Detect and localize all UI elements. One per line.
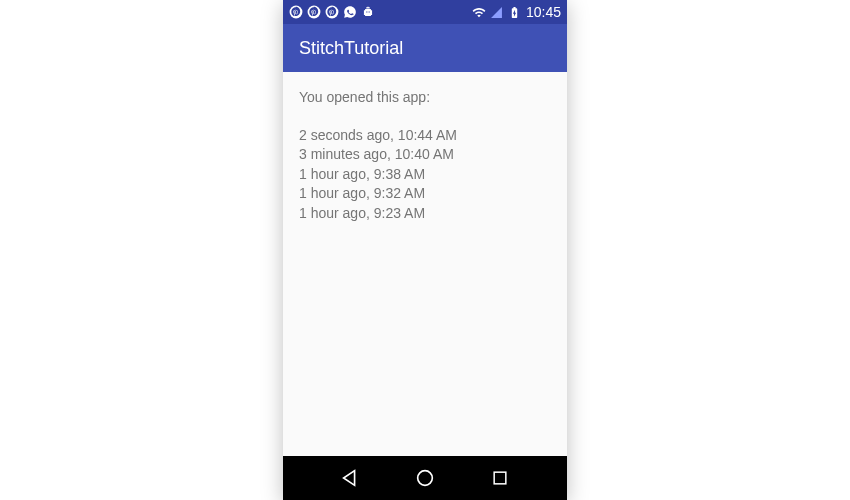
app-title: StitchTutorial: [299, 38, 403, 59]
status-time: 10:45: [526, 4, 561, 20]
log-item: 2 seconds ago, 10:44 AM: [299, 126, 551, 146]
log-item: 1 hour ago, 9:23 AM: [299, 204, 551, 224]
log-item: 1 hour ago, 9:38 AM: [299, 165, 551, 185]
status-bar-left: [289, 5, 375, 19]
svg-rect-4: [494, 472, 506, 484]
log-item: 3 minutes ago, 10:40 AM: [299, 145, 551, 165]
log-list: 2 seconds ago, 10:44 AM 3 minutes ago, 1…: [299, 126, 551, 224]
navigation-bar: [283, 456, 567, 500]
status-bar-right: 10:45: [472, 4, 561, 20]
svg-point-3: [418, 471, 433, 486]
device-frame: 10:45 StitchTutorial You opened this app…: [283, 0, 567, 500]
recent-apps-button[interactable]: [480, 458, 520, 498]
battery-charging-icon: [508, 5, 522, 19]
status-bar: 10:45: [283, 0, 567, 24]
content-heading: You opened this app:: [299, 88, 551, 108]
whatsapp-icon: [343, 5, 357, 19]
home-button[interactable]: [405, 458, 445, 498]
wifi-icon: [472, 5, 486, 19]
log-item: 1 hour ago, 9:32 AM: [299, 184, 551, 204]
content-area: You opened this app: 2 seconds ago, 10:4…: [283, 72, 567, 456]
app-bar: StitchTutorial: [283, 24, 567, 72]
signal-icon: [490, 5, 504, 19]
pinterest-icon: [307, 5, 321, 19]
robot-icon: [361, 5, 375, 19]
pinterest-icon: [289, 5, 303, 19]
pinterest-icon: [325, 5, 339, 19]
back-button[interactable]: [330, 458, 370, 498]
